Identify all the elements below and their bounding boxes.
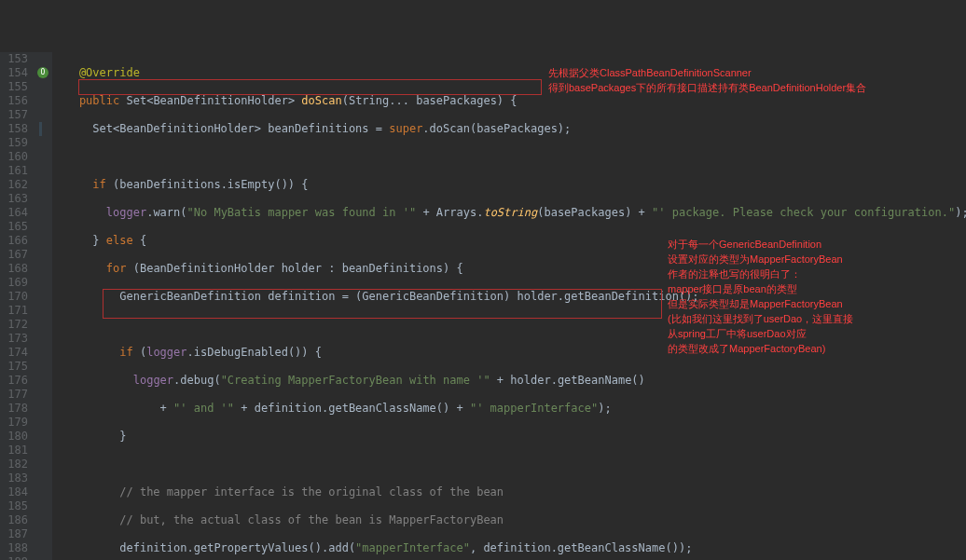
line-number: 185 (4, 499, 28, 513)
line-number: 163 (4, 192, 28, 206)
line-number: 189 (4, 555, 28, 560)
code-line[interactable]: logger.debug("Creating MapperFactoryBean… (52, 374, 966, 388)
line-number: 155 (4, 80, 28, 94)
line-number: 160 (4, 150, 28, 164)
line-number: 170 (4, 290, 28, 304)
highlight-box-1 (78, 79, 542, 95)
line-number: 182 (4, 458, 28, 471)
override-icon[interactable]: O (37, 67, 48, 78)
annotation-top: 先根据父类ClassPathBeanDefinitionScanner 得到ba… (548, 65, 966, 95)
line-number: 177 (4, 388, 28, 402)
line-number: 161 (4, 164, 28, 178)
code-text-area[interactable]: @Override public Set<BeanDefinitionHolde… (52, 52, 966, 560)
line-number: 169 (4, 276, 28, 290)
annotation-override: @Override (52, 66, 140, 79)
line-number: 174 (4, 346, 28, 360)
code-line[interactable]: // but, the actual class of the bean is … (52, 513, 966, 527)
line-number: 172 (4, 318, 28, 332)
code-line[interactable]: if (beanDefinitions.isEmpty()) { (52, 178, 966, 192)
line-number: 158 (4, 122, 28, 136)
code-line[interactable]: public Set<BeanDefinitionHolder> doScan(… (52, 94, 966, 108)
line-number: 188 (4, 541, 28, 555)
code-line[interactable]: definition.getPropertyValues().add("mapp… (52, 541, 966, 555)
code-line[interactable]: Set<BeanDefinitionHolder> beanDefinition… (52, 122, 966, 136)
code-line[interactable]: // the mapper interface is the original … (52, 485, 966, 499)
line-number: 180 (4, 430, 28, 444)
change-marker-icon (39, 122, 42, 136)
line-number: 164 (4, 206, 28, 220)
line-number: 156 (4, 94, 28, 108)
line-number: 166 (4, 234, 28, 248)
line-number: 181 (4, 444, 28, 458)
code-line[interactable]: } (52, 430, 966, 444)
annotation-mid: 对于每一个GenericBeanDefinition 设置对应的类型为Mappe… (668, 237, 966, 356)
line-number: 168 (4, 262, 28, 276)
line-number: 171 (4, 304, 28, 318)
line-number: 178 (4, 402, 28, 416)
line-number: 157 (4, 108, 28, 122)
gutter-icons-column: O (35, 52, 52, 560)
line-number: 159 (4, 136, 28, 150)
line-number: 179 (4, 416, 28, 430)
line-number: 173 (4, 332, 28, 346)
line-number: 187 (4, 527, 28, 541)
line-number: 167 (4, 248, 28, 262)
line-number: 176 (4, 374, 28, 388)
line-number: 183 (4, 471, 28, 485)
line-number: 162 (4, 178, 28, 192)
line-number: 186 (4, 513, 28, 527)
line-number: 184 (4, 485, 28, 499)
code-line[interactable]: + "' and '" + definition.getBeanClassNam… (52, 402, 966, 416)
line-number: 175 (4, 360, 28, 374)
line-number: 154 (4, 66, 28, 80)
line-number: 153 (4, 52, 28, 66)
code-line[interactable]: logger.warn("No MyBatis mapper was found… (52, 206, 966, 220)
line-number: 165 (4, 220, 28, 234)
line-number-gutter: 1531541551561571581591601611621631641651… (0, 52, 35, 560)
code-editor[interactable]: 1531541551561571581591601611621631641651… (0, 52, 966, 560)
